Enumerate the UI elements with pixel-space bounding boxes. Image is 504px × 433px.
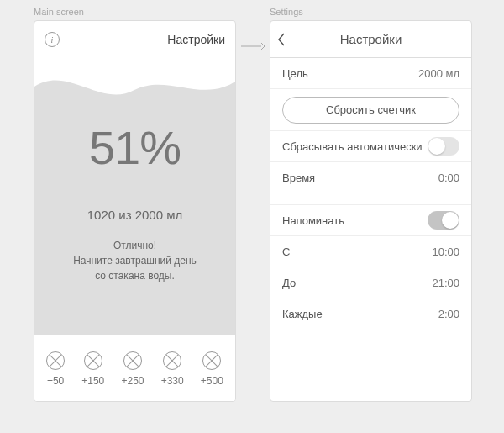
section-gap bbox=[270, 193, 471, 205]
info-icon[interactable]: i bbox=[45, 32, 60, 47]
time-value: 0:00 bbox=[438, 172, 459, 184]
cheer-title: Отлично! bbox=[55, 238, 215, 253]
progress-text: 1020 из 2000 мл bbox=[34, 208, 235, 222]
main-screen: i Настройки 51% 1020 из 2000 мл Отлично!… bbox=[34, 20, 236, 402]
add-label: +250 bbox=[121, 375, 144, 387]
add-250-button[interactable]: +250 bbox=[121, 351, 144, 387]
to-label: До bbox=[282, 277, 296, 289]
from-row[interactable]: С 10:00 bbox=[270, 236, 471, 267]
flow-arrow-icon bbox=[241, 39, 265, 47]
cheer-message: Отлично! Начните завтрашний день со стак… bbox=[34, 238, 235, 283]
settings-title: Настройки bbox=[340, 32, 402, 46]
add-330-button[interactable]: +330 bbox=[161, 351, 184, 387]
wave-shape bbox=[34, 70, 235, 107]
add-label: +330 bbox=[161, 375, 184, 387]
reset-row: Сбросить счетчик bbox=[270, 89, 471, 131]
add-icon bbox=[46, 351, 65, 370]
settings-screen: Настройки Цель 2000 мл Сбросить счетчик … bbox=[270, 20, 472, 402]
settings-link[interactable]: Настройки bbox=[167, 33, 225, 46]
from-value: 10:00 bbox=[432, 246, 459, 258]
reset-counter-button[interactable]: Сбросить счетчик bbox=[282, 97, 459, 124]
to-row[interactable]: До 21:00 bbox=[270, 267, 471, 298]
auto-reset-label: Сбрасывать автоматически bbox=[282, 140, 423, 153]
settings-screen-caption: Settings bbox=[270, 7, 303, 17]
add-50-button[interactable]: +50 bbox=[46, 351, 65, 387]
remind-toggle[interactable] bbox=[428, 211, 459, 230]
chevron-left-icon bbox=[277, 33, 286, 46]
remind-row: Напоминать bbox=[270, 205, 471, 236]
time-label: Время bbox=[282, 172, 315, 184]
add-icon bbox=[202, 351, 221, 370]
cheer-line-2: со стакана воды. bbox=[55, 268, 215, 283]
remind-label: Напоминать bbox=[282, 214, 344, 227]
add-icon bbox=[84, 351, 102, 370]
every-value: 2:00 bbox=[438, 308, 459, 320]
settings-header: Настройки bbox=[270, 21, 471, 58]
add-label: +50 bbox=[47, 375, 64, 387]
from-label: С bbox=[282, 246, 290, 258]
add-label: +500 bbox=[201, 375, 223, 387]
auto-reset-toggle[interactable] bbox=[428, 137, 459, 156]
to-value: 21:00 bbox=[432, 277, 459, 289]
auto-reset-row: Сбрасывать автоматически bbox=[270, 131, 471, 162]
percent-display: 51% bbox=[34, 120, 235, 175]
cheer-line-1: Начните завтрашний день bbox=[55, 253, 215, 268]
add-water-bar: +50 +150 +250 +330 +500 bbox=[34, 335, 235, 401]
main-screen-caption: Main screen bbox=[34, 7, 84, 17]
main-top-bar: i Настройки bbox=[34, 21, 235, 58]
goal-label: Цель bbox=[282, 67, 308, 80]
add-icon bbox=[123, 351, 142, 370]
add-500-button[interactable]: +500 bbox=[201, 351, 223, 387]
add-label: +150 bbox=[81, 375, 104, 387]
goal-row[interactable]: Цель 2000 мл bbox=[270, 58, 471, 89]
back-button[interactable] bbox=[277, 21, 286, 58]
time-row[interactable]: Время 0:00 bbox=[270, 162, 471, 193]
every-row[interactable]: Каждые 2:00 bbox=[270, 298, 471, 330]
add-icon bbox=[163, 351, 181, 370]
every-label: Каждые bbox=[282, 308, 323, 320]
goal-value: 2000 мл bbox=[418, 67, 459, 80]
add-150-button[interactable]: +150 bbox=[81, 351, 104, 387]
